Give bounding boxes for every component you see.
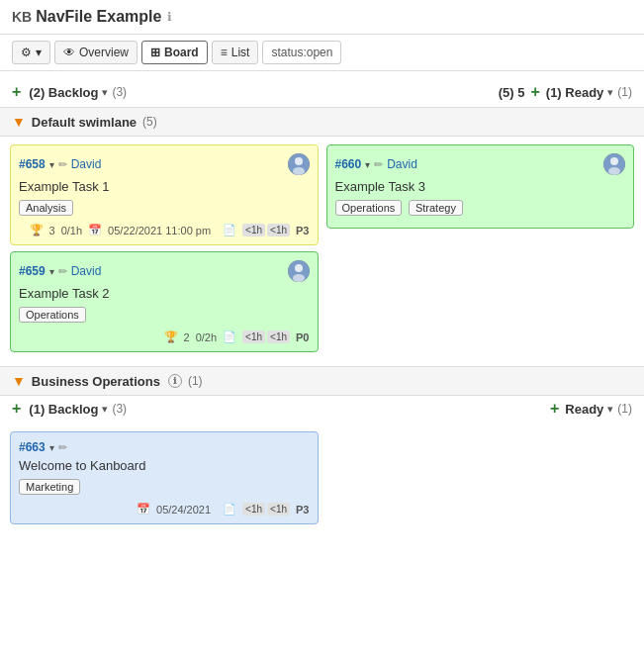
swimlane-business-ops: ▼ Business Operations ℹ (1) + (1) Backlo…: [0, 366, 644, 538]
swimlane-default: ▼ Default swimlane (5) #658 ▾ ✏ David: [0, 107, 644, 366]
swimlane-default-title: Default swimlane: [32, 115, 137, 130]
card-663-date: 05/24/2021: [156, 504, 211, 516]
card-660-title: Example Task 3: [335, 179, 626, 194]
card-659-header: #659 ▾ ✏ David: [19, 260, 310, 282]
business-ops-ready-dropdown[interactable]: ▾: [607, 403, 613, 416]
ready-add-button[interactable]: +: [530, 83, 539, 101]
svg-point-5: [293, 274, 305, 282]
status-filter: status:open: [262, 41, 341, 64]
card-659-footer: 🏆 2 0/2h 📄 <1h <1h P0: [19, 330, 310, 343]
business-ops-backlog-label: (1) Backlog: [29, 402, 98, 417]
card-663-time-badges: <1h <1h: [242, 503, 290, 516]
list-label: List: [231, 46, 250, 59]
svg-point-1: [295, 157, 303, 165]
board-label: Board: [164, 46, 199, 59]
card-660-tag-operations: Operations: [335, 200, 403, 216]
board-button[interactable]: ⊞ Board: [141, 41, 208, 64]
backlog-col-title-group: (2) Backlog ▾ (3): [29, 85, 127, 100]
card-663-tag-marketing: Marketing: [19, 479, 80, 495]
card-658-id: #658: [19, 157, 46, 171]
overview-label: Overview: [79, 46, 129, 59]
card-659-arrow[interactable]: ▾: [49, 266, 54, 277]
card-659-tags: Operations: [19, 307, 310, 327]
list-icon: ≡: [221, 46, 228, 59]
board-icon: ⊞: [150, 46, 160, 59]
ready-col-total: (5) 5: [499, 85, 525, 100]
card-658-arrow[interactable]: ▾: [49, 159, 54, 170]
card-658-time-badges: <1h <1h: [242, 224, 290, 236]
card-660-arrow[interactable]: ▾: [365, 159, 370, 170]
svg-point-8: [608, 167, 620, 175]
card-658-footer: 🏆 3 0/1h 📅 05/22/2021 11:00 pm 📄 <1h <1h: [19, 224, 310, 236]
card-659-title: Example Task 2: [19, 286, 310, 301]
ready-col-label: (1) Ready: [546, 85, 604, 100]
card-658-file-icon: 📄: [223, 224, 236, 236]
business-ops-ready-count: (1): [617, 402, 632, 416]
swimlane-business-ops-toggle[interactable]: ▼: [12, 373, 26, 389]
card-658-avatar: [288, 153, 310, 175]
swimlane-business-ops-count: (1): [188, 374, 203, 388]
gear-button[interactable]: ⚙ ▾: [12, 41, 50, 64]
ready-col-count: (1): [617, 85, 632, 99]
card-658-priority: P3: [296, 225, 309, 236]
backlog-col-dropdown[interactable]: ▾: [102, 86, 108, 99]
page-container: KB NavFile Example ℹ ⚙ ▾ 👁 Overview ⊞ Bo…: [0, 0, 644, 546]
swimlane-business-ops-backlog-col: #663 ▾ ✏ Welcome to Kanboard Marketing 📅…: [10, 431, 319, 530]
card-663-header: #663 ▾ ✏: [19, 440, 310, 454]
card-659-file-icon: 📄: [223, 330, 236, 343]
card-660-user: David: [387, 157, 417, 171]
card-658-time-badge-1: <1h: [242, 224, 265, 236]
card-663-time-badge-2: <1h: [267, 503, 290, 516]
business-ops-backlog-dropdown[interactable]: ▾: [102, 403, 108, 416]
list-button[interactable]: ≡ List: [212, 41, 259, 64]
card-659-id: #659: [19, 264, 46, 278]
card-659-time-badges: <1h <1h: [242, 330, 290, 343]
card-659-tag-operations: Operations: [19, 307, 86, 323]
card-660-avatar: [603, 153, 625, 175]
card-659-edit-icon[interactable]: ✏: [58, 265, 67, 278]
overview-button[interactable]: 👁 Overview: [54, 41, 138, 64]
business-ops-backlog-title-group: (1) Backlog ▾ (3): [29, 402, 127, 417]
backlog-add-button[interactable]: +: [12, 83, 21, 101]
card-663-title: Welcome to Kanboard: [19, 458, 310, 473]
main-column-header-row: + (2) Backlog ▾ (3) (5) 5 + (1) Ready ▾ …: [0, 79, 644, 107]
card-658-time-badge-2: <1h: [267, 224, 290, 236]
card-663-id: #663: [19, 440, 46, 454]
top-header: KB NavFile Example ℹ: [0, 0, 644, 35]
gear-dropdown-icon: ▾: [36, 46, 42, 59]
card-663-edit-icon[interactable]: ✏: [58, 441, 67, 454]
swimlane-business-ops-info-icon[interactable]: ℹ: [168, 374, 182, 388]
card-663: #663 ▾ ✏ Welcome to Kanboard Marketing 📅…: [10, 431, 319, 524]
business-ops-column-header-row: + (1) Backlog ▾ (3) + Ready ▾ (1): [0, 396, 644, 423]
card-663-calendar-icon: 📅: [137, 503, 150, 516]
card-663-file-icon: 📄: [223, 503, 236, 516]
card-659-user: David: [71, 264, 102, 278]
swimlane-default-toggle[interactable]: ▼: [12, 114, 26, 130]
svg-point-4: [295, 264, 303, 272]
ready-col-dropdown[interactable]: ▾: [607, 86, 613, 99]
card-659-score: 2: [184, 331, 190, 343]
card-658-header: #658 ▾ ✏ David: [19, 153, 310, 175]
swimlane-default-ready-col: #660 ▾ ✏ David Example Task 3 Operations…: [326, 144, 635, 358]
page-title: NavFile Example: [36, 8, 161, 26]
ready-col-header-right: (5) 5 + (1) Ready ▾ (1): [499, 83, 632, 101]
card-659: #659 ▾ ✏ David Example Task 2 Operations: [10, 251, 319, 352]
swimlane-default-count: (5): [142, 115, 157, 129]
svg-point-7: [610, 157, 618, 165]
svg-point-2: [293, 167, 305, 175]
card-658-date: 05/22/2021 11:00 pm: [108, 225, 211, 236]
business-ops-backlog-count: (3): [112, 402, 127, 416]
card-658-trophy-icon: 🏆: [30, 224, 44, 236]
card-659-time: 0/2h: [196, 331, 217, 343]
swimlane-default-columns: #658 ▾ ✏ David Example Task 1 Analysis: [0, 137, 644, 366]
backlog-col-count: (3): [112, 85, 127, 99]
business-ops-backlog-add-button[interactable]: +: [12, 400, 21, 418]
card-659-trophy-icon: 🏆: [164, 330, 178, 343]
title-info-icon[interactable]: ℹ: [167, 10, 172, 24]
business-ops-ready-add-button[interactable]: +: [550, 400, 559, 418]
card-660-edit-icon[interactable]: ✏: [374, 158, 383, 171]
card-658-edit-icon[interactable]: ✏: [58, 158, 67, 171]
swimlane-business-ops-ready-col: [326, 431, 635, 530]
card-663-arrow[interactable]: ▾: [49, 442, 54, 453]
gear-icon: ⚙: [21, 46, 32, 59]
